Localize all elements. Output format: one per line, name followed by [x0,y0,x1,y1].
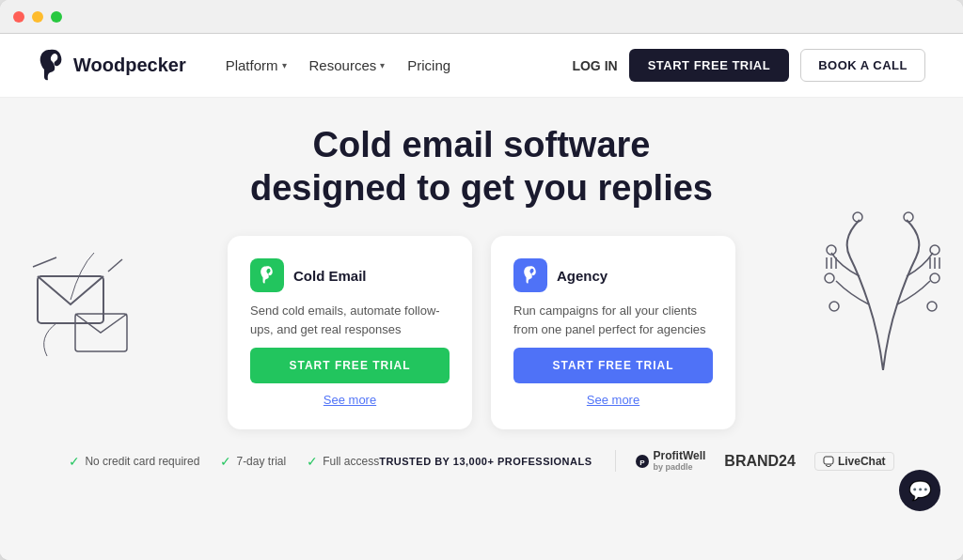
trusted-text: TRUSTED BY 13,000+ PROFESSIONALS [379,456,592,467]
cold-email-desc: Send cold emails, automate follow-ups, a… [250,302,450,338]
svg-line-1 [33,257,56,267]
svg-point-5 [930,245,939,255]
browser-chrome [0,0,963,34]
agency-card: Agency Run campaigns for all your client… [491,236,735,429]
maximize-button[interactable] [51,11,62,23]
trust-badges: ✓ No credit card required ✓ 7-day trial … [69,454,379,469]
doodle-right-icon [822,192,944,380]
login-link[interactable]: LOG IN [572,58,617,73]
livechat-icon [823,456,834,467]
svg-point-10 [853,212,862,222]
profitwell-name: ProfitWell [654,450,706,462]
badge-no-cc: ✓ No credit card required [69,454,199,469]
logo-icon [38,49,66,83]
hero-section: Cold email software designed to get you … [0,98,963,560]
cold-email-card: Cold Email Send cold emails, automate fo… [228,236,472,429]
nav-pricing[interactable]: Pricing [398,52,460,79]
nav-links: Platform ▾ Resources ▾ Pricing [216,52,573,79]
navbar: Woodpecker Platform ▾ Resources ▾ Pricin… [0,34,963,98]
svg-rect-14 [824,457,833,464]
nav-actions: LOG IN START FREE TRIAL BOOK A CALL [572,49,925,82]
agency-see-more-link[interactable]: See more [513,393,713,407]
livechat-logo: LiveChat [814,452,894,471]
cold-email-icon [250,258,284,292]
agency-cta-button[interactable]: START FREE TRIAL [513,348,713,383]
browser-window: Woodpecker Platform ▾ Resources ▾ Pricin… [0,0,963,560]
chevron-down-icon: ▾ [282,60,287,70]
agency-title: Agency [557,268,608,284]
badge-full-access: ✓ Full access [307,454,379,469]
cold-email-cta-button[interactable]: START FREE TRIAL [250,348,450,383]
svg-point-11 [904,212,913,222]
nav-platform[interactable]: Platform ▾ [216,52,296,79]
card-header: Agency [513,258,713,292]
logo-text: Woodpecker [73,54,186,76]
bottom-bar: ✓ No credit card required ✓ 7-day trial … [31,443,931,479]
brand-logos: P ProfitWell by paddle BRAND24 LiveChat [615,450,894,472]
check-icon: ✓ [220,454,231,469]
check-icon: ✓ [69,454,80,469]
cold-email-see-more-link[interactable]: See more [250,393,450,407]
card-header: Cold Email [250,258,450,292]
svg-point-7 [930,273,939,283]
svg-line-2 [108,259,122,272]
check-icon: ✓ [307,454,318,469]
brand24-logo: BRAND24 [724,453,796,470]
doodle-left-icon [28,248,132,370]
start-free-trial-button[interactable]: START FREE TRIAL [629,49,790,82]
badge-7-day: ✓ 7-day trial [220,454,286,469]
chevron-down-icon: ▾ [380,60,385,70]
product-cards: Cold Email Send cold emails, automate fo… [228,236,735,429]
trusted-section: TRUSTED BY 13,000+ PROFESSIONALS P Profi… [379,450,893,472]
close-button[interactable] [13,11,24,23]
svg-point-6 [825,273,834,283]
hero-title: Cold email software designed to get you … [250,124,713,210]
svg-point-8 [829,302,839,311]
book-call-button[interactable]: BOOK A CALL [800,49,925,82]
agency-icon [513,258,547,292]
agency-desc: Run campaigns for all your clients from … [513,302,713,338]
svg-point-9 [927,302,937,311]
profitwell-icon: P [635,454,650,469]
chat-icon: 💬 [908,479,932,502]
cold-email-title: Cold Email [293,268,367,284]
chat-bubble-button[interactable]: 💬 [899,470,940,511]
page-content: Woodpecker Platform ▾ Resources ▾ Pricin… [0,34,963,560]
profitwell-logo: P ProfitWell by paddle [635,450,706,472]
logo[interactable]: Woodpecker [38,49,186,83]
svg-text:P: P [639,459,645,467]
nav-resources[interactable]: Resources ▾ [300,52,395,79]
minimize-button[interactable] [32,11,43,23]
profitwell-sub: by paddle [654,462,706,472]
